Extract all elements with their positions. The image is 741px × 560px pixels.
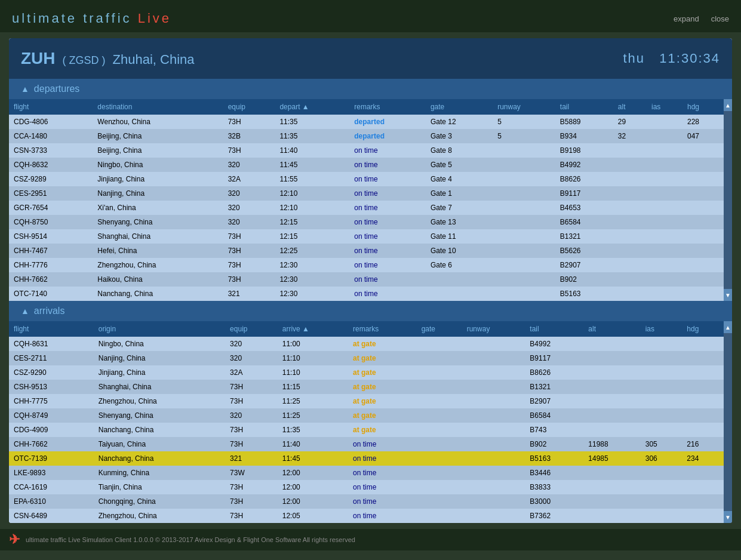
col-runway-arr: runway <box>462 321 525 337</box>
arrivals-scrollbar[interactable]: ▲ ▼ <box>724 321 732 523</box>
table-row[interactable]: OTC-7140Nanchang, China32112:30on timeB5… <box>9 287 724 301</box>
arrivals-scroll-up[interactable]: ▲ <box>724 321 732 333</box>
col-tail: tail <box>555 99 613 115</box>
col-remarks: remarks <box>349 99 426 115</box>
col-alt-arr: alt <box>583 321 640 337</box>
airport-icao: ( ZGSD ) <box>63 54 106 67</box>
app-title: ultimate traffic Live <box>12 11 171 26</box>
arrivals-header: ▲ arrivals <box>9 301 732 321</box>
table-row[interactable]: CSN-3733Beijing, China73H11:40on timeGat… <box>9 143 724 158</box>
table-row[interactable]: CSH-9514Shanghai, China73H12:15on timeGa… <box>9 229 724 244</box>
footer: ✈ ultimate traffic Live Simulation Clien… <box>0 529 741 550</box>
table-row[interactable]: GCR-7654Xi'an, China32012:10on timeGate … <box>9 201 724 215</box>
header: ultimate traffic Live expand close <box>0 5 741 32</box>
expand-button[interactable]: expand <box>674 14 699 23</box>
departures-header-row: flight destination equip depart ▲ remark… <box>9 99 724 115</box>
col-tail-arr: tail <box>525 321 583 337</box>
table-row[interactable]: CSN-6489Zhengzhou, China73H12:05on timeB… <box>9 509 724 523</box>
departures-scroll-up[interactable]: ▲ <box>724 99 732 111</box>
table-row[interactable]: CQH-8750Shenyang, China32012:15on timeGa… <box>9 215 724 229</box>
table-row[interactable]: CQH-8749Shenyang, China32011:25at gateB6… <box>9 408 724 423</box>
col-remarks-arr: remarks <box>348 321 417 337</box>
col-ias: ias <box>647 99 682 115</box>
airport-time: thu 11:30:34 <box>623 51 720 66</box>
table-row[interactable]: CHH-7775Zhengzhou, China73H11:25at gateB… <box>9 394 724 408</box>
airport-day: thu <box>623 51 645 66</box>
title-highlight: L <box>138 11 147 26</box>
col-equip: equip <box>223 99 275 115</box>
departures-section: ▲ departures flight destination equip de… <box>9 79 732 301</box>
col-flight: flight <box>9 99 93 115</box>
table-row[interactable]: LKE-9893Kunming, China73W12:00on timeB34… <box>9 466 724 480</box>
col-depart: depart ▲ <box>275 99 349 115</box>
airport-name: Zhuhai, China <box>113 52 195 67</box>
table-row[interactable]: CHH-7776Zhengzhou, China73H12:30on timeG… <box>9 258 724 272</box>
table-row[interactable]: CDG-4806Wenzhou, China73H11:35departedGa… <box>9 115 724 129</box>
table-row[interactable]: CSH-9513Shanghai, China73H11:15at gateB1… <box>9 380 724 394</box>
table-row[interactable]: CES-2951Nanjing, China32012:10on timeGat… <box>9 186 724 201</box>
col-origin: origin <box>94 321 225 337</box>
col-equip-arr: equip <box>225 321 278 337</box>
airport-clock: 11:30:34 <box>659 51 720 66</box>
col-alt: alt <box>613 99 647 115</box>
departures-table: flight destination equip depart ▲ remark… <box>9 99 724 301</box>
departures-scrollbar[interactable]: ▲ ▼ <box>724 99 732 301</box>
arrivals-scroll-down[interactable]: ▼ <box>724 511 732 523</box>
arrivals-table-container: flight origin equip arrive ▲ remarks gat… <box>9 321 732 523</box>
col-gate: gate <box>426 99 493 115</box>
airport-info-left: ZUH ( ZGSD ) Zhuhai, China <box>21 49 195 68</box>
table-row[interactable]: CHH-7662Haikou, China73H12:30on timeB902 <box>9 272 724 287</box>
table-row[interactable]: CES-2711Nanjing, China32011:10at gateB91… <box>9 351 724 365</box>
footer-logo: ✈ <box>9 532 20 547</box>
airport-header: ZUH ( ZGSD ) Zhuhai, China thu 11:30:34 <box>9 38 732 79</box>
table-row[interactable]: CHH-7662Taiyuan, China73H11:40on timeB90… <box>9 437 724 451</box>
top-bar <box>0 0 741 5</box>
header-actions: expand close <box>674 14 729 23</box>
table-row[interactable]: CDG-4909Nanchang, China73H11:35at gateB7… <box>9 423 724 437</box>
departures-header: ▲ departures <box>9 79 732 99</box>
col-runway: runway <box>493 99 555 115</box>
title-rest: ive <box>147 11 171 26</box>
table-row[interactable]: CQH-8631Ningbo, China32011:00at gateB499… <box>9 337 724 351</box>
table-row[interactable]: EPA-6310Chongqing, China73H12:00on timeB… <box>9 494 724 509</box>
footer-text: ultimate traffic Live Simulation Client … <box>26 536 355 543</box>
departures-label: departures <box>34 84 80 94</box>
table-row[interactable]: CSZ-9290Jinjiang, China32A11:10at gateB8… <box>9 365 724 380</box>
col-destination: destination <box>93 99 223 115</box>
arrivals-header-row: flight origin equip arrive ▲ remarks gat… <box>9 321 724 337</box>
table-row[interactable]: CQH-8632Ningbo, China32011:45on timeGate… <box>9 158 724 172</box>
main-panel: ZUH ( ZGSD ) Zhuhai, China thu 11:30:34 … <box>9 38 732 523</box>
col-arrive: arrive ▲ <box>278 321 348 337</box>
col-hdg-arr: hdg <box>682 321 724 337</box>
airport-code: ZUH <box>21 49 56 68</box>
arrivals-table: flight origin equip arrive ▲ remarks gat… <box>9 321 724 523</box>
departures-arrow-icon: ▲ <box>21 84 29 94</box>
col-gate-arr: gate <box>417 321 462 337</box>
arrivals-section: ▲ arrivals flight origin equip arrive ▲ … <box>9 301 732 523</box>
departures-scroll-down[interactable]: ▼ <box>724 289 732 301</box>
col-ias-arr: ias <box>641 321 682 337</box>
table-row[interactable]: CCA-1619Tianjin, China73H12:00on timeB38… <box>9 480 724 494</box>
arrivals-arrow-icon: ▲ <box>21 306 29 316</box>
table-row[interactable]: CSZ-9289Jinjiang, China32A11:55on timeGa… <box>9 172 724 186</box>
table-row[interactable]: CHH-7467Hefei, China73H12:25on timeGate … <box>9 244 724 258</box>
col-hdg: hdg <box>682 99 724 115</box>
close-button[interactable]: close <box>711 14 729 23</box>
departures-table-container: flight destination equip depart ▲ remark… <box>9 99 732 301</box>
table-row[interactable]: OTC-7139Nanchang, China32111:45on timeB5… <box>9 451 724 466</box>
col-flight-arr: flight <box>9 321 94 337</box>
table-row[interactable]: CCA-1480Beijing, China32B11:35departedGa… <box>9 129 724 143</box>
arrivals-label: arrivals <box>34 306 65 316</box>
